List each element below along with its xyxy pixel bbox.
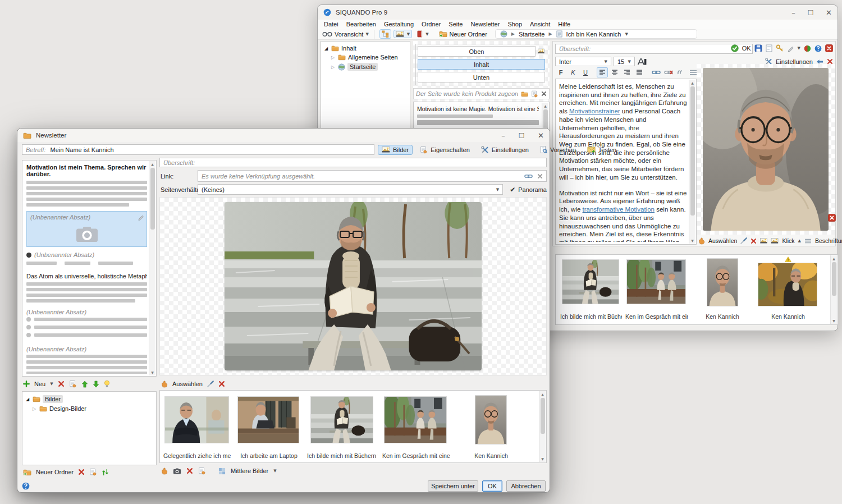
- brush-icon[interactable]: [740, 237, 747, 244]
- editor-heading-input[interactable]: Überschrift:: [555, 44, 753, 54]
- edit-pencil-icon[interactable]: [138, 214, 144, 221]
- cancel-button[interactable]: Abbrechen: [506, 480, 546, 492]
- thumb-portrait[interactable]: [475, 395, 507, 445]
- new-folder-button[interactable]: Neuer Ordner: [450, 31, 487, 38]
- tab-bilder[interactable]: Bilder: [378, 145, 413, 155]
- gallery-thumb-autumn[interactable]: [758, 263, 817, 306]
- tip-bulb-icon[interactable]: [104, 380, 110, 388]
- close-gallery-icon[interactable]: [828, 214, 836, 222]
- product-folder-icon[interactable]: [521, 91, 528, 97]
- tree-node-bilder[interactable]: ◢ Bilder: [24, 394, 155, 404]
- breadcrumb-dropdown-arrow[interactable]: ▼: [625, 32, 628, 36]
- duplicate-paragraph-icon[interactable]: [69, 380, 77, 388]
- breadcrumb-page[interactable]: Ich bin Ken Kannich: [566, 31, 621, 38]
- thumb-item[interactable]: Ich arbeite am Laptop: [235, 395, 303, 460]
- gallery-thumb-steps[interactable]: [562, 259, 619, 304]
- gallery-scrollbar[interactable]: ▲▼: [830, 255, 837, 324]
- expander-icon[interactable]: ◢: [323, 46, 329, 51]
- duplicate-image-icon[interactable]: [198, 467, 206, 475]
- outline-heading[interactable]: Motivation ist mein Thema. Sprechen wir …: [26, 164, 147, 177]
- outline-item-atom[interactable]: Das Atom als universelle, holistische Me…: [26, 273, 147, 280]
- section-image-icon[interactable]: [538, 48, 544, 54]
- key-icon[interactable]: [776, 44, 784, 52]
- tab-eigenschaften[interactable]: Eigenschaften: [416, 144, 474, 155]
- gallery-item[interactable]: Ich bilde mich mit Büchern fort: [560, 258, 622, 321]
- font-family-select[interactable]: Inter▼: [555, 57, 611, 66]
- thumbnail-scrollbar[interactable]: ▲▼: [539, 391, 546, 462]
- thumbnail-size-select[interactable]: Mittlere Bilder: [231, 468, 268, 474]
- theme-color-icon[interactable]: [804, 45, 811, 52]
- thumb-item[interactable]: Ich bilde mich mit Büchern fort: [307, 395, 378, 460]
- remove-image-icon[interactable]: [218, 381, 225, 387]
- size-dropdown-arrow[interactable]: ▼: [273, 469, 276, 473]
- editor-text-area[interactable]: Meine Leidenschaft ist es, Menschen zu i…: [555, 79, 697, 245]
- tab-testen[interactable]: Testen: [583, 145, 620, 155]
- help-icon[interactable]: [814, 45, 822, 52]
- align-right-button[interactable]: [621, 67, 633, 77]
- tab-vorschau[interactable]: Vorschau: [536, 144, 580, 155]
- minimize-button[interactable]: –: [791, 8, 795, 17]
- menu-ansicht[interactable]: Ansicht: [526, 21, 554, 28]
- select-image-button[interactable]: Auswählen: [172, 381, 203, 387]
- font-color-icon[interactable]: [637, 58, 647, 66]
- dialog-close-button[interactable]: ✕: [538, 131, 544, 140]
- section-inhalt[interactable]: Inhalt: [418, 59, 545, 70]
- gallery-item[interactable]: Ken Kannich: [692, 258, 753, 321]
- menu-shop[interactable]: Shop: [504, 21, 526, 28]
- menu-newsletter[interactable]: Newsletter: [466, 21, 504, 28]
- expander-icon[interactable]: ◢: [25, 397, 30, 402]
- edit-pencil-icon[interactable]: [787, 45, 794, 52]
- thumb-office[interactable]: [164, 396, 229, 443]
- tab-einstellungen[interactable]: Einstellungen: [477, 144, 533, 155]
- add-image-icon[interactable]: [161, 468, 168, 475]
- undo-icon[interactable]: [816, 59, 823, 65]
- gallery-thumb-portrait[interactable]: [707, 258, 738, 306]
- expander-icon[interactable]: ▷: [330, 55, 336, 60]
- dialog-help-icon[interactable]: [22, 482, 30, 490]
- menu-hilfe[interactable]: Hilfe: [554, 21, 574, 28]
- section-unten[interactable]: Unten: [418, 72, 545, 83]
- ok-icon[interactable]: [731, 44, 739, 52]
- outline-item[interactable]: (Unbenannter Absatz): [26, 251, 147, 258]
- italic-button[interactable]: K: [568, 67, 579, 77]
- tree-node-inhalt[interactable]: ◢ Inhalt: [322, 44, 409, 53]
- clear-link-icon[interactable]: [537, 173, 543, 179]
- menu-gestaltung[interactable]: Gestaltung: [380, 21, 418, 28]
- camera-icon[interactable]: [173, 468, 181, 474]
- align-left-button[interactable]: [597, 67, 608, 77]
- close-button[interactable]: ✕: [826, 8, 832, 17]
- thumb-laptop[interactable]: [237, 396, 299, 443]
- outline-item-label[interactable]: (Unbenannter Absatz): [26, 309, 147, 315]
- new-folder-button[interactable]: Neuer Ordner: [36, 469, 74, 475]
- maximize-button[interactable]: □: [808, 8, 813, 17]
- outline-image-item[interactable]: (Unbenannter Absatz): [26, 211, 147, 247]
- select-image-button[interactable]: Auswählen: [708, 237, 737, 244]
- tree-node-allgemeine-seiten[interactable]: ▷ Allgemeine Seiten: [322, 53, 409, 62]
- outline-scrollbar[interactable]: ▲▼: [149, 161, 155, 375]
- main-image[interactable]: [225, 202, 482, 370]
- editor-scrollbar[interactable]: ▲▼: [689, 80, 695, 244]
- sort-icon[interactable]: [102, 469, 109, 476]
- tree-node-design-bilder[interactable]: ▷ Design-Bilder: [24, 404, 155, 413]
- add-dropdown-arrow[interactable]: ▼: [50, 382, 53, 386]
- font-size-select[interactable]: 15▼: [614, 57, 635, 66]
- gallery-thumb-couple[interactable]: [626, 259, 686, 304]
- expander-icon[interactable]: ▷: [31, 406, 37, 411]
- document-icon[interactable]: [766, 44, 772, 52]
- preview-dropdown-arrow[interactable]: ▼: [365, 32, 368, 36]
- thumb-item[interactable]: Gelegentlich ziehe ich meine...: [163, 395, 231, 460]
- thumb-item[interactable]: Ken Kannich: [457, 395, 525, 460]
- expander-icon[interactable]: ▷: [330, 65, 336, 70]
- delete-paragraph-icon[interactable]: [58, 381, 65, 387]
- link-chain-icon[interactable]: [524, 173, 533, 179]
- panorama-checkbox[interactable]: ✔: [510, 186, 515, 194]
- link-input[interactable]: Es wurde keine Verknüpfung ausgewählt.: [198, 170, 547, 182]
- remove-link-button[interactable]: [663, 67, 674, 77]
- bold-button[interactable]: F: [555, 67, 566, 77]
- align-center-button[interactable]: [609, 67, 620, 77]
- menu-bearbeiten[interactable]: Bearbeiten: [342, 21, 380, 28]
- editor-photo[interactable]: [703, 68, 829, 231]
- image-view-button[interactable]: ▼: [393, 30, 412, 38]
- click-dropdown[interactable]: Klick: [782, 237, 794, 244]
- ok-button[interactable]: OK: [482, 480, 502, 492]
